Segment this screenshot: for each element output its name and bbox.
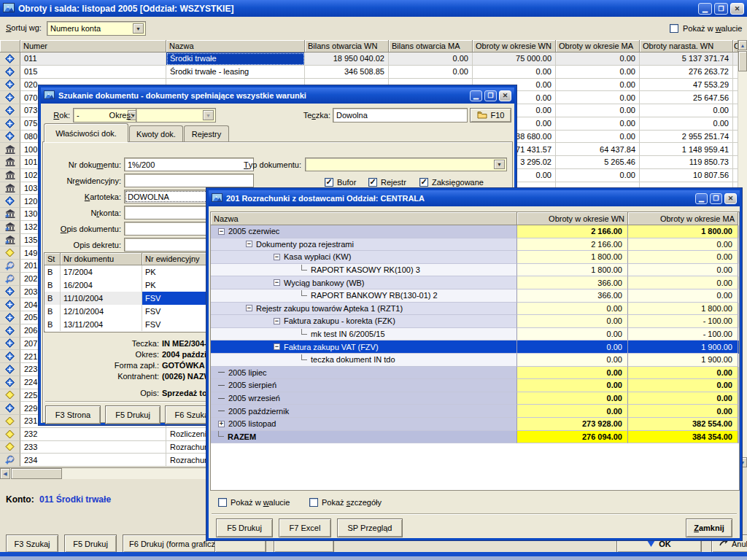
scroll-left-icon[interactable]: ◀ xyxy=(0,468,10,479)
diamond-plus-icon xyxy=(0,66,20,79)
bufor-checkbox[interactable] xyxy=(325,178,333,187)
tree-row[interactable]: RAZEM276 094.00384 354.00 xyxy=(211,431,739,444)
account-row[interactable]: 011Środki trwałe18 950 040.020.0075 000.… xyxy=(0,52,738,66)
hscroll-thumb[interactable] xyxy=(11,468,62,479)
tree-row[interactable]: −Faktura zakupu - korekta (FZK)0.00- 100… xyxy=(211,315,739,328)
tree-row[interactable]: 2005 sierpień0.000.00 xyxy=(211,379,739,392)
close-icon[interactable]: ✕ xyxy=(730,3,744,15)
collapse-icon[interactable]: − xyxy=(274,279,280,286)
show-currency-checkbox[interactable] xyxy=(670,24,678,33)
zamknij-button[interactable]: Zamknij xyxy=(686,518,732,537)
f7-excel-button[interactable]: F7 Excel xyxy=(279,518,331,537)
tree-row[interactable]: +2005 listopad273 928.00382 554.00 xyxy=(211,418,739,431)
account-value: 75 000.00 xyxy=(473,52,556,66)
tree-row-label: 2005 lipiec xyxy=(228,368,267,377)
tab-kwoty-dok[interactable]: Kwoty dok. xyxy=(129,125,183,141)
nr-dokumentu-input[interactable]: 1%/200 xyxy=(124,158,254,171)
bank-plus-icon xyxy=(0,234,20,247)
account-value: 1 148 959.41 xyxy=(640,143,733,156)
minimize-icon[interactable]: ▁ xyxy=(470,90,482,101)
expand-icon[interactable]: + xyxy=(218,421,225,427)
minimize-icon[interactable]: ▁ xyxy=(698,3,712,15)
obroty-wn-value: 2 166.00 xyxy=(517,238,628,252)
teczka-f10-button[interactable]: F10 xyxy=(470,108,511,122)
obroty-ma-value: 0.00 xyxy=(628,251,738,264)
tree-row[interactable]: teczka dokument IN tdo0.001 900.00 xyxy=(211,354,739,367)
diamond-plus-icon xyxy=(0,376,20,389)
bank-plus-icon xyxy=(0,208,20,221)
tree-row[interactable]: −Wyciąg bankowy (WB)366.000.00 xyxy=(211,276,739,289)
tree-row-label: teczka dokument IN tdo xyxy=(311,355,395,364)
collapse-icon[interactable]: − xyxy=(274,254,280,260)
detail-window-titlebar[interactable]: 201 Rozrachunki z dostawcami Oddział: CE… xyxy=(209,190,740,206)
account-row[interactable]: 015Środki trwałe - leasing346 508.850.00… xyxy=(0,66,738,79)
close-icon[interactable]: ✕ xyxy=(499,90,511,101)
diamond-plus-icon xyxy=(0,402,20,415)
tree-row-label: Faktura zakupu - korekta (FZK) xyxy=(284,316,395,325)
diamond-yellow-icon xyxy=(0,441,20,454)
maximize-icon[interactable]: ❐ xyxy=(714,3,728,15)
nr-ewidencyjny-input[interactable] xyxy=(124,174,254,187)
tree-row[interactable]: mk test IN 6/2005/150.00- 100.00 xyxy=(211,328,739,341)
maximize-icon[interactable]: ❐ xyxy=(484,90,497,101)
account-value: 276 263.72 xyxy=(640,66,733,79)
zaksiegowane-checkbox[interactable] xyxy=(419,178,428,187)
tree-row[interactable]: RAPORT BANKOWY RB(130-01) 2366.000.00 xyxy=(211,289,739,303)
tree-row[interactable]: 2005 lipiec0.000.00 xyxy=(211,367,739,380)
sp-przeglad-button[interactable]: SP Przegląd xyxy=(337,518,403,537)
obroty-wn-value: 366.00 xyxy=(517,289,628,303)
scroll-up-icon[interactable]: ▲ xyxy=(738,40,747,50)
diamond-plus-icon xyxy=(0,91,20,104)
tree-row[interactable]: −2005 czerwiec2 166.001 800.00 xyxy=(211,225,739,238)
collapse-icon[interactable]: − xyxy=(246,305,252,311)
tree-row-label: Wyciąg bankowy (WB) xyxy=(284,279,365,287)
dash-icon xyxy=(218,398,225,399)
tree-row[interactable]: −Kasa wypłaci (KW)1 800.000.00 xyxy=(211,251,739,264)
zaksiegowane-label: Zaksięgowane xyxy=(432,178,484,187)
kartoteka-label: Kartoteka: xyxy=(48,190,121,203)
tree-row[interactable]: RAPORT KASOWY RK(100) 31 800.000.00 xyxy=(211,264,739,277)
tree-row[interactable]: −Dokumenty poza rejestrami2 166.000.00 xyxy=(211,238,739,252)
obroty-wn-value: 366.00 xyxy=(517,276,628,289)
pokaz-w-walucie-checkbox[interactable] xyxy=(218,498,227,507)
collapse-icon[interactable]: − xyxy=(218,228,225,235)
tree-row[interactable]: −Rejestr zakupu towarów Apteka 1 (RZT1)0… xyxy=(211,303,739,316)
f3-strona-button[interactable]: F3 Strona xyxy=(45,405,101,424)
main-window-titlebar[interactable]: Obroty i salda: listopad 2005 [Oddział: … xyxy=(0,0,747,17)
f5-drukuj-button[interactable]: F5 Drukuj xyxy=(105,405,160,424)
obroty-ma-value: 0.00 xyxy=(628,405,738,418)
konto-status: Konto: 011 Środki trwałe xyxy=(6,494,111,505)
account-number: 233 xyxy=(20,441,166,454)
sort-combobox[interactable]: Numeru konta ▼ xyxy=(47,21,146,36)
close-icon[interactable]: ✕ xyxy=(724,193,737,204)
search-dialog-titlebar[interactable]: Szukanie dokumentu - dokumenty spełniają… xyxy=(41,88,514,104)
tree-row[interactable]: 2005 wrzesień0.000.00 xyxy=(211,392,739,405)
maximize-icon[interactable]: ❐ xyxy=(710,193,722,204)
typ-dokumentu-combobox[interactable]: ▼ xyxy=(305,158,507,171)
tab-wlasciwosci-dok[interactable]: Właściwości dok. xyxy=(44,123,128,142)
okres-combobox[interactable]: ▼ xyxy=(136,108,216,122)
search-dialog-title: Szukanie dokumentu - dokumenty spełniają… xyxy=(58,91,306,100)
collapse-icon[interactable]: − xyxy=(274,343,280,350)
tree-table-body: −2005 czerwiec2 166.001 800.00−Dokumenty… xyxy=(211,225,739,443)
f5-drukuj-button[interactable]: F5 Drukuj xyxy=(216,518,273,537)
teczka-input[interactable]: Dowolna xyxy=(333,108,468,122)
chevron-down-icon[interactable]: ▼ xyxy=(133,23,144,34)
chevron-down-icon[interactable]: ▼ xyxy=(494,160,505,169)
f3-szukaj-button[interactable]: F3 Szukaj xyxy=(6,534,58,553)
minimize-icon[interactable]: ▁ xyxy=(695,193,708,204)
tree-row[interactable]: −Faktura zakupu VAT (FZV)0.001 900.00 xyxy=(211,341,739,354)
rejestr-checkbox[interactable] xyxy=(368,178,377,187)
f5-drukuj-button[interactable]: F5 Drukuj xyxy=(64,534,117,553)
collapse-icon[interactable]: − xyxy=(274,318,280,324)
tree-row[interactable]: 2005 październik0.000.00 xyxy=(211,405,739,418)
account-value: 0.00 xyxy=(556,79,640,92)
konto-label: Konto: xyxy=(6,494,34,505)
tab-rejestry[interactable]: Rejestry xyxy=(184,125,229,141)
scroll-thumb[interactable] xyxy=(738,51,747,71)
obroty-wn-value: 0.00 xyxy=(517,303,628,316)
account-value: 0.00 xyxy=(389,52,473,66)
pokaz-szczegoly-checkbox[interactable] xyxy=(309,498,318,507)
account-value: 2 955 251.74 xyxy=(640,131,733,144)
collapse-icon[interactable]: − xyxy=(246,241,252,247)
